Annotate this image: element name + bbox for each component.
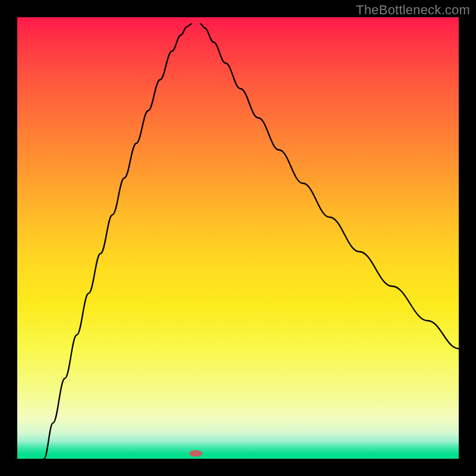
curve-left (44, 24, 192, 459)
curve-right (201, 24, 459, 349)
chart-frame: TheBottleneck.com (0, 0, 476, 476)
minimum-marker (189, 450, 202, 457)
curve-layer (17, 17, 459, 459)
plot-area (17, 17, 459, 459)
watermark-label: TheBottleneck.com (356, 2, 470, 18)
